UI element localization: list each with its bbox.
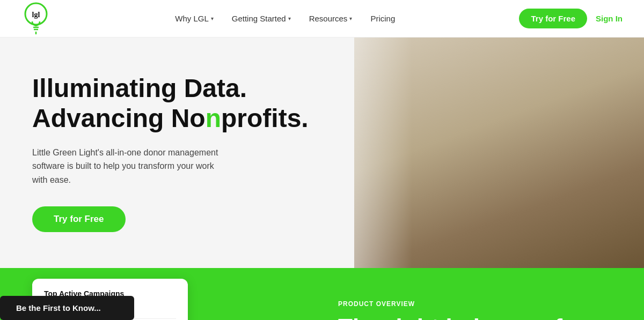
nav-links: Why LGL ▾ Getting Started ▾ Resources ▾ … [167,10,402,27]
green-heading: The right balance of power and flexibili… [338,314,612,320]
nav-getting-started[interactable]: Getting Started ▾ [224,10,298,27]
chevron-down-icon: ▾ [349,16,352,21]
svg-rect-15 [456,145,494,241]
nav-why-lgl[interactable]: Why LGL ▾ [167,10,221,27]
try-for-free-button[interactable]: Try for Free [519,9,587,28]
svg-point-16 [508,100,549,141]
hero-section: Illuminating Data. Advancing Nonprofits.… [0,38,644,268]
svg-point-12 [392,126,429,163]
sign-in-button[interactable]: Sign In [596,14,623,23]
svg-point-22 [621,69,640,92]
svg-rect-18 [567,169,597,233]
svg-point-14 [456,110,494,147]
svg-rect-13 [392,158,429,239]
nav-actions: Try for Free Sign In [519,9,623,28]
hero-title: Illuminating Data. Advancing Nonprofits. [32,73,322,132]
nav-resources[interactable]: Resources ▾ [302,10,360,27]
svg-point-19 [608,122,642,157]
svg-rect-5 [354,38,644,268]
people-illustration [354,38,644,268]
bottom-bar-label: Be the First to Know... [16,303,101,312]
product-overview-label: Product Overview [338,300,612,308]
hero-photo [354,38,644,268]
hero-subtitle: Little Green Light's all-in-one donor ma… [32,146,231,187]
svg-rect-7 [354,198,644,268]
svg-point-17 [567,140,597,170]
hero-left: Illuminating Data. Advancing Nonprofits.… [0,38,354,268]
bottom-bar[interactable]: Be the First to Know... [0,296,134,320]
green-right: Product Overview The right balance of po… [338,289,612,320]
svg-rect-6 [362,38,427,188]
hero-image [354,38,644,268]
hero-try-button[interactable]: Try for Free [32,206,126,232]
nav-pricing[interactable]: Pricing [363,10,402,27]
svg-rect-21 [394,204,459,247]
svg-text:lgl: lgl [32,11,40,19]
svg-rect-9 [453,166,550,225]
svg-rect-11 [437,224,566,228]
svg-rect-23 [630,69,632,101]
logo[interactable]: lgl [21,1,51,36]
svg-rect-20 [608,154,642,240]
svg-rect-8 [354,196,644,202]
chevron-down-icon: ▾ [288,16,291,21]
navbar: lgl Why LGL ▾ Getting Started ▾ Resource… [0,0,644,38]
svg-rect-10 [456,169,547,220]
logo-icon: lgl [21,1,51,36]
chevron-down-icon: ▾ [211,16,214,21]
